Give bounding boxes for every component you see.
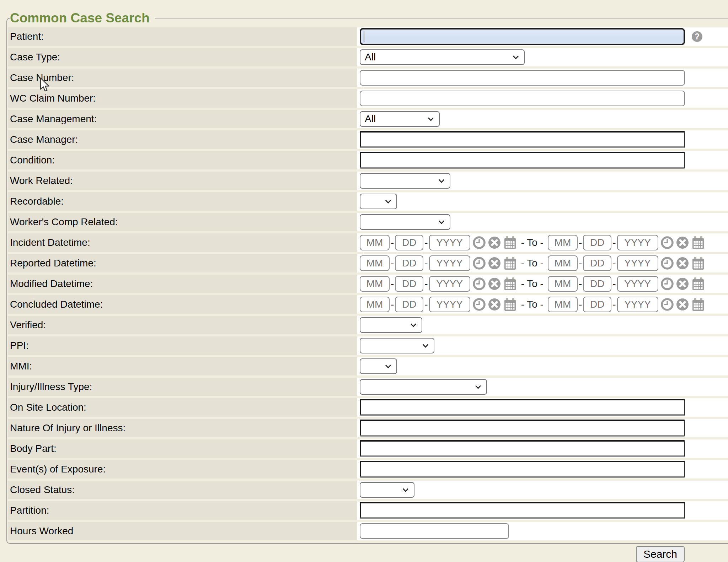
calendar-icon[interactable]: [691, 256, 705, 270]
chevron-down-icon: [384, 197, 392, 206]
field-label: Worker's Comp Related:: [8, 213, 357, 231]
field-label: Closed Status:: [8, 481, 357, 499]
field-label: Partition:: [8, 501, 357, 520]
year-input[interactable]: [617, 276, 658, 292]
row-nature-of-injury: Nature Of Injury or Illness:: [8, 419, 728, 437]
day-input[interactable]: [583, 255, 611, 271]
calendar-icon[interactable]: [503, 256, 517, 270]
month-input[interactable]: [548, 276, 578, 292]
clear-icon[interactable]: [488, 236, 501, 249]
clear-icon[interactable]: [488, 257, 501, 270]
day-input[interactable]: [395, 235, 423, 250]
search-button[interactable]: Search: [636, 546, 685, 562]
ppi-select[interactable]: [360, 338, 434, 353]
month-input[interactable]: [548, 297, 578, 312]
case-management-select[interactable]: All: [360, 111, 440, 127]
year-input[interactable]: [429, 235, 470, 250]
time-icon[interactable]: [473, 277, 486, 290]
calendar-icon[interactable]: [503, 298, 517, 311]
selected-value: All: [365, 52, 376, 63]
calendar-icon[interactable]: [503, 236, 517, 249]
clear-icon[interactable]: [676, 257, 689, 270]
dash: -: [391, 299, 394, 310]
field-label: Case Number:: [8, 69, 357, 87]
day-input[interactable]: [583, 235, 611, 250]
row-recordable: Recordable:: [8, 192, 728, 211]
partition-input[interactable]: [360, 502, 685, 519]
day-input[interactable]: [395, 255, 423, 271]
month-input[interactable]: [360, 255, 390, 271]
condition-input[interactable]: [360, 152, 685, 169]
verified-select[interactable]: [360, 317, 422, 333]
chevron-down-icon: [384, 362, 392, 371]
clear-icon[interactable]: [676, 298, 689, 311]
events-of-exposure-input[interactable]: [360, 461, 685, 478]
year-input[interactable]: [429, 255, 470, 271]
help-icon[interactable]: ?: [692, 31, 702, 42]
chevron-down-icon: [512, 53, 520, 61]
time-icon[interactable]: [661, 277, 674, 290]
chevron-down-icon: [421, 341, 430, 350]
day-input[interactable]: [583, 297, 611, 312]
clear-icon[interactable]: [488, 277, 501, 290]
day-input[interactable]: [395, 297, 423, 312]
time-icon[interactable]: [661, 257, 674, 270]
month-input[interactable]: [360, 297, 390, 312]
hours-worked-input[interactable]: [360, 523, 509, 539]
dash: -: [612, 237, 616, 248]
field-label: On Site Location:: [8, 398, 357, 417]
dash: -: [579, 299, 582, 310]
month-input[interactable]: [360, 235, 390, 250]
month-input[interactable]: [548, 235, 578, 250]
day-input[interactable]: [395, 276, 423, 292]
time-icon[interactable]: [661, 236, 674, 249]
clear-icon[interactable]: [676, 277, 689, 290]
mmi-select[interactable]: [360, 358, 397, 374]
field-label: Concluded Datetime:: [8, 295, 357, 314]
year-input[interactable]: [429, 297, 470, 312]
field-label: Work Related:: [8, 172, 357, 190]
time-icon[interactable]: [473, 257, 486, 270]
footer-bar: Search: [0, 546, 728, 562]
calendar-icon[interactable]: [503, 277, 517, 291]
recordable-select[interactable]: [360, 194, 397, 209]
field-label: Case Type:: [8, 48, 357, 66]
month-input[interactable]: [360, 276, 390, 292]
calendar-icon[interactable]: [691, 298, 705, 311]
row-on-site-location: On Site Location:: [8, 398, 728, 417]
wc-claim-number-input[interactable]: [360, 91, 685, 106]
field-label: Nature Of Injury or Illness:: [8, 419, 357, 437]
month-input[interactable]: [548, 255, 578, 271]
row-partition: Partition:: [8, 501, 728, 520]
work-related-select[interactable]: [360, 173, 450, 189]
to-separator: - To -: [521, 299, 544, 310]
day-input[interactable]: [583, 276, 611, 292]
time-icon[interactable]: [473, 236, 486, 249]
patient-input[interactable]: [360, 28, 685, 45]
case-manager-input[interactable]: [360, 131, 685, 148]
year-input[interactable]: [617, 297, 658, 312]
year-input[interactable]: [617, 255, 658, 271]
dash: -: [424, 278, 428, 290]
clear-icon[interactable]: [488, 298, 501, 311]
time-icon[interactable]: [661, 298, 674, 311]
on-site-location-input[interactable]: [360, 399, 685, 416]
dash: -: [391, 278, 394, 290]
nature-of-injury-input[interactable]: [360, 420, 685, 437]
dash: -: [424, 258, 428, 269]
clear-icon[interactable]: [676, 236, 689, 249]
body-part-input[interactable]: [360, 440, 685, 457]
row-events-of-exposure: Event(s) of Exposure:: [8, 460, 728, 479]
dash: -: [612, 278, 616, 290]
calendar-icon[interactable]: [691, 277, 705, 291]
case-type-select[interactable]: All: [360, 49, 525, 65]
workers-comp-related-select[interactable]: [360, 214, 450, 230]
case-number-input[interactable]: [360, 70, 685, 86]
calendar-icon[interactable]: [691, 236, 705, 249]
injury-illness-type-select[interactable]: [360, 379, 487, 395]
field-label: WC Claim Number:: [8, 89, 357, 108]
closed-status-select[interactable]: [360, 482, 414, 498]
year-input[interactable]: [429, 276, 470, 292]
year-input[interactable]: [617, 235, 658, 250]
time-icon[interactable]: [473, 298, 486, 311]
